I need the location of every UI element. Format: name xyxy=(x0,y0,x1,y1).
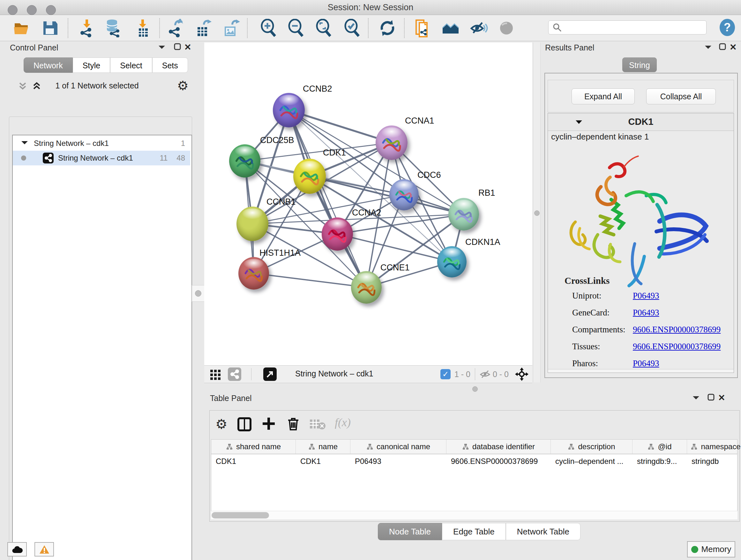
crosslink-value-link[interactable]: 9606.ENSP00000378699 xyxy=(633,341,721,352)
zoom-fit-icon[interactable] xyxy=(314,19,333,37)
node-table[interactable]: shared namenamecanonical namedatabase id… xyxy=(211,439,738,511)
export-table-icon[interactable] xyxy=(194,19,213,37)
collapse-all-button[interactable]: Collapse All xyxy=(646,88,716,105)
undock-panel-icon[interactable] xyxy=(719,43,726,52)
float-panel-icon[interactable] xyxy=(158,44,166,52)
open-session-icon[interactable] xyxy=(13,19,31,37)
export-image-icon[interactable] xyxy=(222,19,241,37)
float-panel-icon[interactable] xyxy=(704,44,712,52)
close-panel-icon[interactable]: ✕ xyxy=(718,393,725,403)
expand-all-button[interactable]: Expand All xyxy=(571,88,635,105)
network-collection-row[interactable]: String Network – cdk1 1 xyxy=(13,136,190,151)
show-all-icon[interactable] xyxy=(497,19,516,37)
delete-column-icon[interactable] xyxy=(286,416,300,432)
column-header-database-identifier[interactable]: database identifier xyxy=(447,440,551,454)
node-CCNB2[interactable] xyxy=(273,93,305,127)
tab-sets[interactable]: Sets xyxy=(152,57,188,73)
node-CDC25B[interactable] xyxy=(229,144,260,178)
cloud-status-button[interactable] xyxy=(7,542,27,557)
protein-header[interactable]: CDK1 xyxy=(548,113,734,131)
help-icon[interactable]: ? xyxy=(718,17,736,36)
crosslink-value-link[interactable]: P06493 xyxy=(633,291,659,301)
zoom-out-icon[interactable] xyxy=(286,19,305,37)
node-label-CCNB1: CCNB1 xyxy=(266,197,296,207)
node-HIST1H1A[interactable] xyxy=(239,257,269,290)
table-cell[interactable]: CDK1 xyxy=(296,454,350,469)
node-CCNA1[interactable] xyxy=(376,125,408,160)
right-splitter[interactable] xyxy=(533,43,541,382)
node-CCNA2[interactable] xyxy=(322,217,353,251)
table-cell[interactable]: cyclin–dependent ... xyxy=(551,454,632,469)
node-CDK1[interactable] xyxy=(293,159,326,194)
hide-selected-icon[interactable] xyxy=(469,19,488,37)
crosslink-value-link[interactable]: P06493 xyxy=(633,359,659,368)
refresh-icon[interactable] xyxy=(378,19,397,37)
zoom-in-icon[interactable] xyxy=(259,19,278,37)
close-panel-icon[interactable]: ✕ xyxy=(184,42,192,52)
import-network-from-database-icon[interactable] xyxy=(105,19,123,37)
birds-eye-view-icon[interactable] xyxy=(209,368,222,382)
pan-crosshair-icon[interactable] xyxy=(515,367,529,383)
open-in-window-icon[interactable] xyxy=(263,368,277,381)
table-options-gear-icon[interactable]: ⚙ xyxy=(215,418,227,431)
table-cell[interactable]: stringdb:9... xyxy=(632,454,687,469)
tab-node-table[interactable]: Node Table xyxy=(378,523,442,540)
crosslink-value-link[interactable]: 9606.ENSP00000378699 xyxy=(633,325,721,334)
toolbar-separator xyxy=(68,18,68,38)
node-CCNE1[interactable] xyxy=(351,271,382,304)
table-hscrollbar[interactable] xyxy=(211,511,738,519)
column-header-name[interactable]: name xyxy=(296,440,350,454)
close-panel-icon[interactable]: ✕ xyxy=(730,42,737,52)
table-cell[interactable]: CDK1 xyxy=(211,454,296,469)
first-neighbors-icon[interactable] xyxy=(441,19,460,37)
import-network-icon[interactable] xyxy=(78,19,96,37)
column-header-shared-name[interactable]: shared name xyxy=(211,440,296,454)
undock-panel-icon[interactable] xyxy=(174,43,181,52)
warnings-button[interactable] xyxy=(35,542,54,557)
tab-edge-table[interactable]: Edge Table xyxy=(442,523,506,540)
tab-select[interactable]: Select xyxy=(110,57,152,73)
node-CDC6[interactable] xyxy=(389,179,419,210)
network-badge-icon[interactable] xyxy=(228,368,241,381)
tab-network[interactable]: Network xyxy=(23,57,73,73)
network-canvas[interactable]: CCNB2CCNA1CDC25BCDK1CDC6RB1CCNB1CCNA2CDK… xyxy=(204,43,532,365)
tab-style[interactable]: Style xyxy=(73,57,111,73)
network-row-selected[interactable]: String Network – cdk1 11 48 xyxy=(13,151,190,165)
collection-expander-icon[interactable] xyxy=(20,139,29,148)
selected-checkbox-icon[interactable]: ✓ xyxy=(441,369,451,379)
column-header--id[interactable]: @id xyxy=(632,440,687,454)
network-options-gear-icon[interactable]: ⚙ xyxy=(177,79,189,92)
crosslink-value-link[interactable]: P06493 xyxy=(633,308,659,318)
table-cell[interactable]: 9606.ENSP00000378699 xyxy=(447,454,551,469)
tab-network-table[interactable]: Network Table xyxy=(506,523,581,540)
zoom-selected-icon[interactable] xyxy=(343,19,361,37)
export-network-icon[interactable] xyxy=(167,19,185,37)
float-panel-icon[interactable] xyxy=(692,395,700,402)
column-header-namespace[interactable]: namespace xyxy=(687,440,741,454)
import-table-icon[interactable] xyxy=(134,19,152,37)
crosslinks-title: CrossLinks xyxy=(564,275,610,286)
node-CCNB1[interactable] xyxy=(237,206,268,241)
search-input[interactable] xyxy=(548,20,706,35)
duplicate-network-icon[interactable] xyxy=(413,19,431,37)
node-RB1[interactable] xyxy=(448,198,479,231)
tab-string[interactable]: String xyxy=(622,57,657,72)
show-columns-icon[interactable] xyxy=(237,417,252,433)
left-splitter-handle[interactable] xyxy=(192,285,205,302)
column-type-icon xyxy=(226,443,233,450)
table-cell[interactable]: P06493 xyxy=(350,454,447,469)
table-cell[interactable]: stringdb xyxy=(687,454,741,469)
memory-button[interactable]: Memory xyxy=(687,541,735,557)
results-scroll-strip[interactable] xyxy=(548,369,734,373)
add-column-icon[interactable] xyxy=(261,416,276,432)
column-header-canonical-name[interactable]: canonical name xyxy=(350,440,447,454)
undock-panel-icon[interactable] xyxy=(707,393,715,402)
hscrollbar-thumb[interactable] xyxy=(212,512,269,518)
save-session-icon[interactable] xyxy=(41,19,59,37)
column-header-description[interactable]: description xyxy=(551,440,632,454)
table-row[interactable]: CDK1CDK1P064939606.ENSP00000378699cyclin… xyxy=(211,454,737,469)
node-label-CDKN1A: CDKN1A xyxy=(465,237,500,247)
horizontal-splitter-dot[interactable] xyxy=(472,386,478,392)
node-gloss xyxy=(454,200,473,210)
node-CDKN1A[interactable] xyxy=(437,246,467,277)
